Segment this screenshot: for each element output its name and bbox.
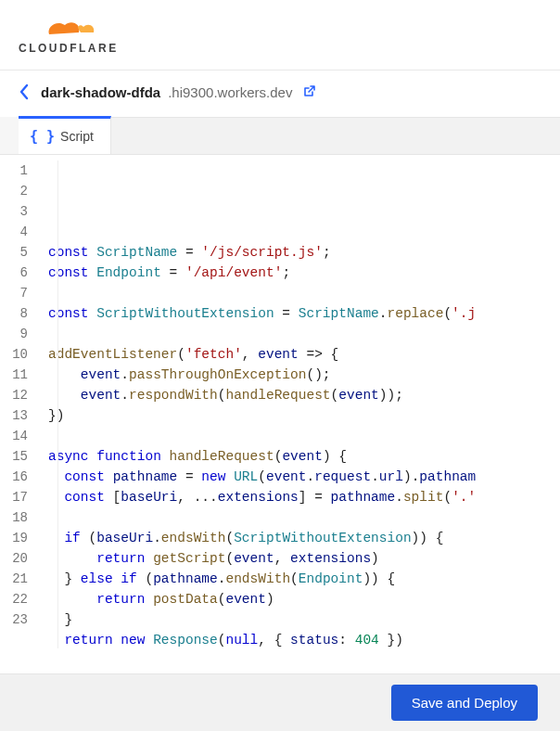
current-line-highlight xyxy=(41,160,560,181)
code-line[interactable]: const pathname = new URL(event.request.u… xyxy=(48,467,560,487)
line-number: 1 xyxy=(0,160,28,181)
code-line[interactable]: } xyxy=(48,609,560,630)
line-number: 4 xyxy=(0,222,28,242)
code-line[interactable]: const ScriptName = '/js/script.js'; xyxy=(48,242,560,263)
code-line[interactable]: }) xyxy=(48,405,560,426)
tab-script[interactable]: { } Script xyxy=(19,116,111,154)
code-line[interactable]: return getScript(event, extensions) xyxy=(48,548,560,569)
line-number: 16 xyxy=(0,467,28,487)
code-area[interactable]: const ScriptName = '/js/script.js';const… xyxy=(41,155,560,648)
line-number: 6 xyxy=(0,263,28,283)
line-number: 13 xyxy=(0,405,28,426)
code-line[interactable]: event.passThroughOnException(); xyxy=(48,365,560,385)
line-number: 11 xyxy=(0,365,28,385)
code-editor[interactable]: 1234567891011121314151617181920212223 co… xyxy=(0,155,560,648)
code-line[interactable]: return new Response(null, { status: 404 … xyxy=(48,630,560,648)
line-number: 12 xyxy=(0,385,28,405)
project-domain: .hi9300.workers.dev xyxy=(168,84,292,100)
tabs-empty-area xyxy=(111,117,560,154)
back-chevron-icon[interactable] xyxy=(19,83,32,100)
breadcrumb: dark-shadow-dfda .hi9300.workers.dev xyxy=(0,71,560,117)
code-line[interactable]: return postData(event) xyxy=(48,589,560,609)
line-number: 17 xyxy=(0,487,28,507)
code-line[interactable] xyxy=(48,283,560,303)
line-number: 10 xyxy=(0,344,28,365)
line-number: 20 xyxy=(0,548,28,569)
indent-guide xyxy=(57,160,58,648)
code-line[interactable]: if (baseUri.endsWith(ScriptWithoutExtens… xyxy=(48,528,560,548)
project-name[interactable]: dark-shadow-dfda xyxy=(41,84,160,100)
tab-label: Script xyxy=(60,129,94,144)
cloudflare-cloud-icon xyxy=(36,16,101,40)
save-and-deploy-button[interactable]: Save and Deploy xyxy=(391,685,538,721)
code-line[interactable]: const [baseUri, ...extensions] = pathnam… xyxy=(48,487,560,507)
code-line[interactable]: const Endpoint = '/api/event'; xyxy=(48,263,560,283)
line-number: 19 xyxy=(0,528,28,548)
line-number: 8 xyxy=(0,303,28,324)
code-line[interactable] xyxy=(48,507,560,528)
line-number: 18 xyxy=(0,507,28,528)
external-link-icon[interactable] xyxy=(301,84,316,99)
code-line[interactable]: const ScriptWithoutExtension = ScriptNam… xyxy=(48,303,560,324)
line-number: 23 xyxy=(0,609,28,630)
brand-logo: CLOUDFLARE xyxy=(19,16,119,55)
line-number-gutter: 1234567891011121314151617181920212223 xyxy=(0,155,41,648)
line-number: 14 xyxy=(0,426,28,446)
line-number: 3 xyxy=(0,201,28,222)
code-line[interactable]: event.respondWith(handleRequest(event)); xyxy=(48,385,560,405)
code-line[interactable] xyxy=(48,324,560,344)
brand-name: CLOUDFLARE xyxy=(19,42,119,55)
line-number: 7 xyxy=(0,283,28,303)
line-number: 15 xyxy=(0,446,28,467)
line-number: 9 xyxy=(0,324,28,344)
app-header: CLOUDFLARE xyxy=(0,0,560,71)
code-line[interactable]: addEventListener('fetch', event => { xyxy=(48,344,560,365)
braces-icon: { } xyxy=(20,128,55,145)
code-line[interactable]: } else if (pathname.endsWith(Endpoint)) … xyxy=(48,569,560,589)
code-line[interactable] xyxy=(48,426,560,446)
line-number: 5 xyxy=(0,242,28,263)
line-number: 22 xyxy=(0,589,28,609)
editor-tabs: { } Script xyxy=(0,117,560,155)
line-number: 2 xyxy=(0,181,28,201)
code-line[interactable]: async function handleRequest(event) { xyxy=(48,446,560,467)
line-number: 21 xyxy=(0,569,28,589)
editor-footer: Save and Deploy xyxy=(0,673,560,731)
